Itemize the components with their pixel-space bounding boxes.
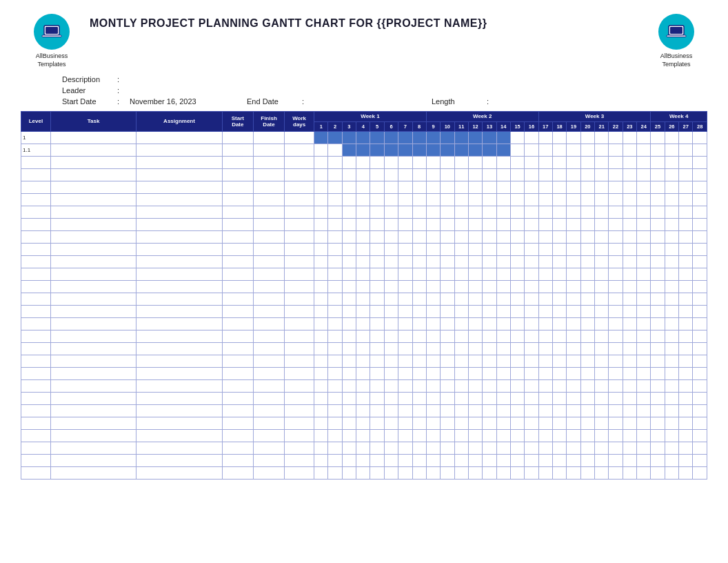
- table-row: [21, 317, 707, 330]
- cell-day-6: [398, 131, 412, 144]
- day-14-header: 14: [496, 121, 510, 131]
- week2-header: Week 2: [426, 112, 538, 122]
- leader-colon: :: [117, 86, 130, 95]
- cell-day-4: [370, 206, 384, 218]
- cell-day-13: [496, 181, 510, 193]
- cell-fixed: [222, 293, 253, 305]
- cell-day-0: [314, 355, 328, 367]
- cell-day-18: [567, 404, 580, 417]
- day-7-header: 7: [398, 121, 412, 131]
- cell-day-3: [356, 156, 370, 168]
- cell-day-13: [496, 156, 510, 168]
- cell-day-16: [538, 181, 552, 193]
- cell-day-22: [623, 144, 636, 156]
- cell-fixed: [136, 466, 222, 479]
- cell-day-24: [651, 243, 665, 255]
- cell-fixed: [253, 367, 284, 379]
- cell-day-5: [384, 168, 398, 181]
- main-title: MONTLY PROJECT PLANNING GANTT CHART FOR …: [90, 17, 645, 30]
- cell-fixed: 1.1: [21, 144, 51, 156]
- cell-day-9: [441, 293, 454, 305]
- dates-row: Start Date : November 16, 2023 End Date …: [62, 97, 707, 106]
- cell-day-8: [426, 392, 440, 404]
- cell-day-18: [567, 206, 580, 218]
- cell-fixed: [253, 466, 284, 479]
- cell-fixed: [50, 293, 136, 305]
- cell-day-10: [454, 293, 468, 305]
- cell-day-25: [665, 268, 678, 280]
- cell-fixed: [285, 317, 314, 330]
- week4-header: Week 4: [651, 112, 707, 122]
- cell-day-11: [468, 156, 482, 168]
- cell-day-15: [525, 206, 538, 218]
- cell-day-27: [693, 454, 707, 466]
- cell-day-19: [580, 466, 594, 479]
- cell-day-27: [693, 379, 707, 392]
- cell-day-18: [567, 417, 580, 429]
- cell-day-11: [468, 417, 482, 429]
- cell-day-12: [483, 404, 496, 417]
- cell-fixed: [21, 404, 51, 417]
- cell-day-6: [398, 181, 412, 193]
- table-row: 1.1: [21, 144, 707, 156]
- cell-day-18: [567, 442, 580, 454]
- cell-day-9: [441, 206, 454, 218]
- cell-day-2: [342, 454, 356, 466]
- cell-day-10: [454, 454, 468, 466]
- cell-day-12: [483, 293, 496, 305]
- description-label: Description: [62, 75, 117, 83]
- end-date-label: End Date: [247, 97, 302, 106]
- cell-day-4: [370, 379, 384, 392]
- cell-day-16: [538, 392, 552, 404]
- cell-day-1: [328, 317, 342, 330]
- cell-day-13: [496, 466, 510, 479]
- cell-day-24: [651, 206, 665, 218]
- cell-day-2: [342, 193, 356, 206]
- cell-day-22: [623, 317, 636, 330]
- cell-day-13: [496, 367, 510, 379]
- cell-day-25: [665, 317, 678, 330]
- table-row: [21, 330, 707, 342]
- day-2-header: 2: [328, 121, 342, 131]
- cell-day-20: [594, 168, 608, 181]
- cell-day-1: [328, 305, 342, 317]
- cell-day-13: [496, 417, 510, 429]
- cell-day-8: [426, 342, 440, 355]
- cell-day-24: [651, 392, 665, 404]
- cell-day-19: [580, 330, 594, 342]
- cell-fixed: [285, 330, 314, 342]
- cell-day-18: [567, 181, 580, 193]
- cell-day-1: [328, 255, 342, 268]
- cell-day-23: [637, 317, 651, 330]
- cell-day-17: [552, 156, 566, 168]
- cell-day-23: [637, 330, 651, 342]
- cell-day-8: [426, 454, 440, 466]
- cell-day-4: [370, 442, 384, 454]
- cell-day-25: [665, 206, 678, 218]
- cell-day-16: [538, 466, 552, 479]
- cell-day-22: [623, 442, 636, 454]
- cell-day-24: [651, 429, 665, 442]
- cell-day-3: [356, 305, 370, 317]
- cell-day-13: [496, 379, 510, 392]
- cell-day-2: [342, 466, 356, 479]
- cell-fixed: [136, 243, 222, 255]
- cell-day-17: [552, 268, 566, 280]
- cell-day-20: [594, 206, 608, 218]
- cell-day-17: [552, 392, 566, 404]
- cell-day-17: [552, 193, 566, 206]
- table-row: [21, 156, 707, 168]
- cell-day-9: [441, 243, 454, 255]
- cell-day-27: [693, 230, 707, 243]
- cell-day-14: [510, 243, 524, 255]
- cell-fixed: [222, 193, 253, 206]
- logo-right-circle: [658, 14, 694, 50]
- start-date-label: Start Date: [62, 97, 117, 106]
- cell-day-14: [510, 230, 524, 243]
- col-assign-header: Assignment: [136, 112, 222, 132]
- cell-day-2: [342, 404, 356, 417]
- cell-day-20: [594, 367, 608, 379]
- table-row: [21, 355, 707, 367]
- cell-day-22: [623, 280, 636, 293]
- cell-day-9: [441, 466, 454, 479]
